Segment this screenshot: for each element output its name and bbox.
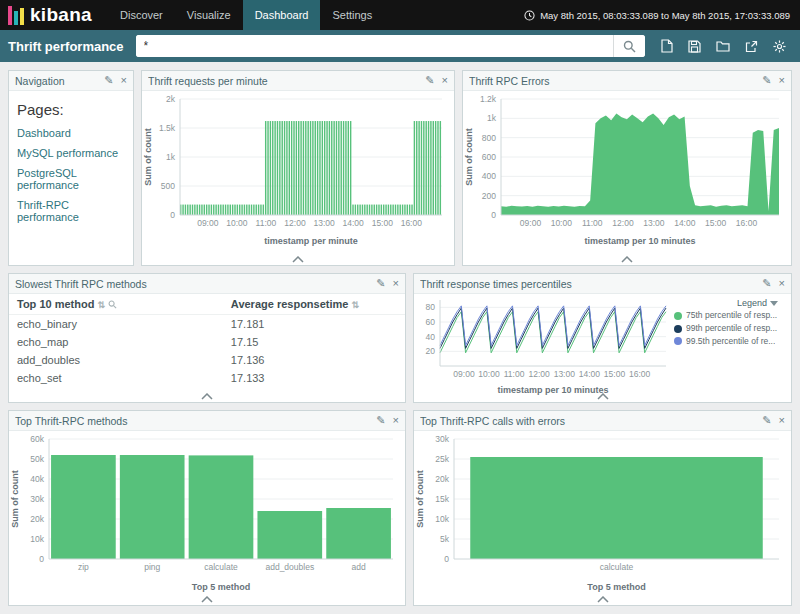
- panel-title: Navigation: [15, 75, 104, 87]
- top-errors-chart[interactable]: 05k10k15k20k25k30kcalculateTop 5 methodS…: [414, 431, 791, 597]
- dashboard-options-button[interactable]: [773, 39, 786, 53]
- clock-icon: [524, 10, 535, 21]
- edit-panel-icon[interactable]: ✎: [376, 415, 385, 426]
- close-panel-icon[interactable]: ×: [779, 415, 785, 426]
- top-methods-chart[interactable]: 010k20k30k40k50k60kzippingcalculateadd_d…: [9, 431, 405, 597]
- edit-panel-icon[interactable]: ✎: [762, 278, 771, 289]
- save-icon: [688, 40, 701, 53]
- time-picker[interactable]: May 8th 2015, 08:03:33.089 to May 8th 20…: [524, 10, 800, 21]
- panel-collapse-button[interactable]: [188, 595, 226, 605]
- nav-item-dashboard[interactable]: Dashboard: [243, 0, 321, 30]
- new-dashboard-button[interactable]: [661, 39, 673, 53]
- table-row: echo_set17.133: [9, 369, 405, 387]
- dashboard-title: Thrift performance: [8, 39, 124, 54]
- panel-title: Thrift response times percentiles: [420, 278, 762, 290]
- panel-header[interactable]: Thrift RPC Errors ✎×: [463, 71, 791, 91]
- gear-icon: [773, 40, 786, 53]
- legend-header[interactable]: Legend: [676, 298, 778, 308]
- svg-text:0: 0: [491, 210, 496, 220]
- panel-collapse-button[interactable]: [188, 392, 226, 402]
- share-dashboard-button[interactable]: [745, 39, 758, 53]
- table-cell: 17.136: [223, 351, 405, 369]
- kibana-logo[interactable]: kibana: [0, 0, 108, 30]
- close-panel-icon[interactable]: ×: [121, 75, 127, 86]
- edit-panel-icon[interactable]: ✎: [425, 75, 434, 86]
- nav-item-discover[interactable]: Discover: [108, 0, 175, 30]
- percentiles-chart[interactable]: 2040608009:0010:0011:0012:0013:0014:0015…: [414, 294, 672, 400]
- svg-text:2k: 2k: [166, 94, 176, 104]
- svg-text:11:00: 11:00: [256, 218, 277, 228]
- column-header-method[interactable]: Top 10 method⇅: [9, 294, 223, 315]
- svg-text:12:00: 12:00: [529, 369, 551, 379]
- table-cell: 17.133: [223, 369, 405, 387]
- svg-text:1k: 1k: [487, 113, 497, 123]
- svg-text:add_doubles: add_doubles: [265, 562, 314, 572]
- requests-per-minute-chart[interactable]: 05001k1.5k2k09:0010:0011:0012:0013:0014:…: [142, 91, 454, 251]
- nav-item-visualize[interactable]: Visualize: [175, 0, 243, 30]
- sort-icon[interactable]: ⇅: [97, 300, 105, 310]
- svg-text:200: 200: [482, 191, 496, 201]
- folder-open-icon: [716, 40, 730, 52]
- svg-text:11:00: 11:00: [504, 369, 525, 379]
- search-input[interactable]: [136, 35, 613, 57]
- svg-text:5k: 5k: [440, 534, 450, 544]
- legend-color-dot: [674, 337, 682, 345]
- panel-header[interactable]: Top Thrift-RPC methods ✎×: [9, 411, 405, 431]
- search-button[interactable]: [613, 35, 645, 57]
- panel-top-thrift-rpc-calls-with-errors: Top Thrift-RPC calls with errors ✎× 05k1…: [413, 410, 792, 606]
- panel-header[interactable]: Top Thrift-RPC calls with errors ✎×: [414, 411, 791, 431]
- chevron-up-icon: [200, 596, 214, 603]
- column-header-responsetime[interactable]: Average responsetime⇅: [223, 294, 405, 315]
- edit-panel-icon[interactable]: ✎: [104, 75, 113, 86]
- panel-collapse-button[interactable]: [584, 595, 622, 605]
- svg-text:zip: zip: [78, 562, 89, 572]
- panel-header[interactable]: Thrift response times percentiles ✎×: [414, 274, 791, 294]
- panel-header[interactable]: Navigation ✎×: [9, 71, 133, 91]
- close-panel-icon[interactable]: ×: [393, 415, 399, 426]
- edit-panel-icon[interactable]: ✎: [762, 75, 771, 86]
- svg-text:50k: 50k: [30, 454, 44, 464]
- top-navbar: kibana Discover Visualize Dashboard Sett…: [0, 0, 800, 30]
- kibana-logo-icon: [8, 5, 24, 25]
- svg-text:0: 0: [170, 210, 175, 220]
- save-dashboard-button[interactable]: [688, 39, 701, 53]
- legend-item[interactable]: 75th percentile of resp...: [674, 311, 780, 321]
- svg-text:80: 80: [426, 302, 436, 312]
- svg-text:ping: ping: [144, 562, 160, 572]
- legend-toggle-icon[interactable]: [770, 301, 778, 306]
- close-panel-icon[interactable]: ×: [442, 75, 448, 86]
- panel-collapse-button[interactable]: [608, 255, 646, 265]
- svg-text:1k: 1k: [166, 152, 176, 162]
- chevron-up-icon: [291, 256, 305, 263]
- close-panel-icon[interactable]: ×: [779, 75, 785, 86]
- slowest-methods-table: Top 10 method⇅ Average responsetime⇅ ech…: [9, 294, 405, 387]
- rpc-errors-chart[interactable]: 02004006008001k1.2k09:0010:0011:0012:001…: [463, 91, 791, 251]
- chevron-up-icon: [596, 596, 610, 603]
- column-search-icon[interactable]: [108, 300, 117, 309]
- panel-header[interactable]: Thrift requests per minute ✎×: [142, 71, 454, 91]
- load-dashboard-button[interactable]: [716, 39, 730, 53]
- nav-link-mysql[interactable]: MySQL performance: [17, 147, 125, 159]
- legend-item[interactable]: 99th percentile of resp...: [674, 324, 780, 334]
- svg-text:calculate: calculate: [204, 562, 238, 572]
- sort-icon[interactable]: ⇅: [351, 300, 359, 310]
- panel-collapse-button[interactable]: [279, 255, 317, 265]
- edit-panel-icon[interactable]: ✎: [376, 278, 385, 289]
- chart-legend: Legend 75th percentile of resp...99th pe…: [672, 294, 786, 400]
- legend-item[interactable]: 99.5th percentile of re...: [674, 337, 780, 347]
- nav-link-thrift-rpc[interactable]: Thrift-RPC performance: [17, 199, 125, 223]
- edit-panel-icon[interactable]: ✎: [762, 415, 771, 426]
- legend-color-dot: [674, 312, 682, 320]
- close-panel-icon[interactable]: ×: [393, 278, 399, 289]
- svg-text:1.2k: 1.2k: [480, 94, 497, 104]
- nav-link-dashboard[interactable]: Dashboard: [17, 127, 125, 139]
- time-range-label: May 8th 2015, 08:03:33.089 to May 8th 20…: [540, 10, 790, 21]
- panel-collapse-button[interactable]: [584, 392, 622, 402]
- nav-link-postgresql[interactable]: PostgreSQL performance: [17, 167, 125, 191]
- panel-header[interactable]: Slowest Thrift RPC methods ✎×: [9, 274, 405, 294]
- svg-text:12:00: 12:00: [612, 218, 634, 228]
- nav-item-settings[interactable]: Settings: [320, 0, 384, 30]
- legend-label: 99th percentile of resp...: [686, 324, 777, 334]
- svg-text:15:00: 15:00: [372, 218, 394, 228]
- close-panel-icon[interactable]: ×: [779, 278, 785, 289]
